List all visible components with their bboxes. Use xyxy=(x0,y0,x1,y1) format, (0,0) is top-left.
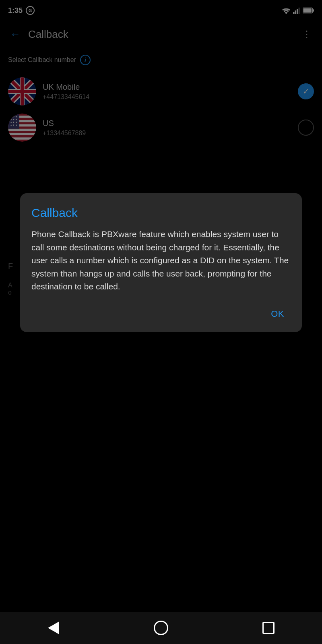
nav-back-icon xyxy=(48,621,59,634)
dialog-title: Callback xyxy=(31,206,291,220)
dialog-body: Phone Callback is PBXware feature which … xyxy=(31,228,291,293)
dialog: Callback Phone Callback is PBXware featu… xyxy=(20,193,302,332)
nav-home-icon xyxy=(154,621,168,635)
dialog-actions: OK xyxy=(31,305,291,322)
overlay: Callback Phone Callback is PBXware featu… xyxy=(0,0,322,644)
nav-home-button[interactable] xyxy=(149,616,173,640)
ok-button[interactable]: OK xyxy=(264,305,291,322)
bottom-nav xyxy=(0,612,322,644)
nav-recents-icon xyxy=(262,622,275,634)
nav-recents-button[interactable] xyxy=(256,616,281,640)
nav-back-button[interactable] xyxy=(41,616,66,640)
